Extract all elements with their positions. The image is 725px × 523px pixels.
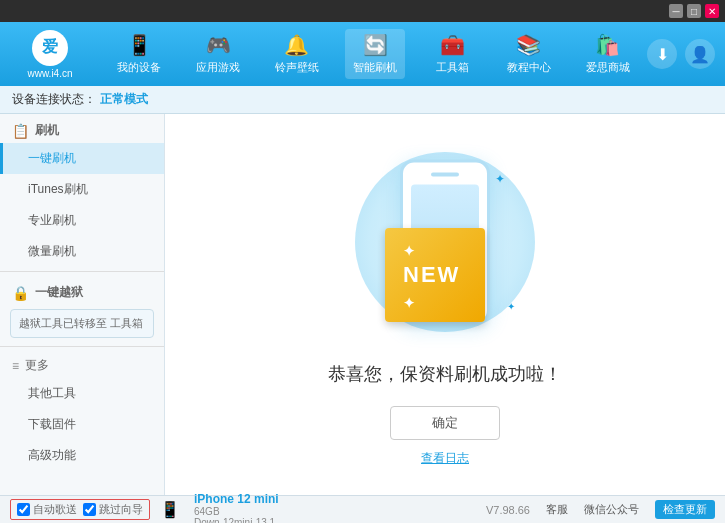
nav-my-device[interactable]: 📱 我的设备	[109, 29, 169, 79]
status-label: 设备连接状态：	[12, 91, 96, 108]
sparkle-3: ✦	[507, 301, 515, 312]
auto-deliver-label: 自动歌送	[33, 502, 77, 517]
confirm-button[interactable]: 确定	[390, 406, 500, 440]
sidebar-item-itunes-flash[interactable]: iTunes刷机	[0, 174, 164, 205]
logo[interactable]: 爱 www.i4.cn	[10, 30, 90, 79]
header-right: ⬇ 👤	[647, 39, 715, 69]
logo-url: www.i4.cn	[27, 68, 72, 79]
wizard-link[interactable]: 查看日志	[421, 450, 469, 467]
checkbox-auto-deliver[interactable]: 自动歌送	[17, 502, 77, 517]
nav-app-games-icon: 🎮	[206, 33, 231, 57]
sidebar-divider-1	[0, 271, 164, 272]
nav-smart-flash-icon: 🔄	[363, 33, 388, 57]
nav-shop[interactable]: 🛍️ 爱思商城	[578, 29, 638, 79]
sidebar-item-advanced[interactable]: 高级功能	[0, 440, 164, 471]
close-button[interactable]: ✕	[705, 4, 719, 18]
success-title: 恭喜您，保资料刷机成功啦！	[328, 362, 562, 386]
nav-toolbox-label: 工具箱	[436, 60, 469, 75]
skip-wizard-label: 跳过向导	[99, 502, 143, 517]
nav-smart-flash[interactable]: 🔄 智能刷机	[345, 29, 405, 79]
main-area: 📋 刷机 一键刷机 iTunes刷机 专业刷机 微量刷机 🔒 一键越狱 越狱工具…	[0, 114, 725, 495]
sidebar-jailbreak-section: 🔒 一键越狱	[0, 276, 164, 305]
sidebar-item-pro-flash[interactable]: 专业刷机	[0, 205, 164, 236]
skip-wizard-checkbox[interactable]	[83, 503, 96, 516]
nav-ringtone-icon: 🔔	[284, 33, 309, 57]
download-button[interactable]: ⬇	[647, 39, 677, 69]
nav-ringtone-label: 铃声壁纸	[275, 60, 319, 75]
device-name: iPhone 12 mini	[194, 492, 279, 506]
sidebar-flash-section: 📋 刷机	[0, 114, 164, 143]
status-value: 正常模式	[100, 91, 148, 108]
nav-my-device-label: 我的设备	[117, 60, 161, 75]
sidebar-item-micro-flash[interactable]: 微量刷机	[0, 236, 164, 267]
checkbox-skip-wizard[interactable]: 跳过向导	[83, 502, 143, 517]
sidebar-more-section: ≡ 更多	[0, 351, 164, 378]
nav-shop-icon: 🛍️	[595, 33, 620, 57]
nav-app-games-label: 应用游戏	[196, 60, 240, 75]
flash-section-label: 刷机	[35, 122, 59, 139]
account-button[interactable]: 👤	[685, 39, 715, 69]
more-icon: ≡	[12, 359, 19, 373]
header: 爱 www.i4.cn 📱 我的设备 🎮 应用游戏 🔔 铃声壁纸 🔄 智能刷机 …	[0, 22, 725, 86]
device-phone-icon: 📱	[160, 500, 180, 519]
sidebar-notice: 越狱工具已转移至 工具箱	[10, 309, 154, 338]
minimize-button[interactable]: ─	[669, 4, 683, 18]
sidebar: 📋 刷机 一键刷机 iTunes刷机 专业刷机 微量刷机 🔒 一键越狱 越狱工具…	[0, 114, 165, 495]
nav-toolbox-icon: 🧰	[440, 33, 465, 57]
device-info-row: 📱 iPhone 12 mini 64GB Down-12mini-13,1	[160, 492, 279, 524]
bottom-right: V7.98.66 客服 微信公众号 检查更新	[486, 500, 715, 519]
nav-shop-label: 爱思商城	[586, 60, 630, 75]
checkbox-group: 自动歌送 跳过向导	[10, 499, 150, 520]
more-section-label: 更多	[25, 357, 49, 374]
success-illustration: NEW ✦ ✦ ✦	[345, 142, 545, 342]
sidebar-item-one-click-flash[interactable]: 一键刷机	[0, 143, 164, 174]
wechat-link[interactable]: 微信公众号	[584, 502, 639, 517]
jailbreak-icon: 🔒	[12, 285, 29, 301]
sparkle-2: ✦	[495, 172, 505, 186]
bottom-left: 自动歌送 跳过向导 📱 iPhone 12 mini 64GB Down-12m…	[10, 492, 279, 524]
nav-app-games[interactable]: 🎮 应用游戏	[188, 29, 248, 79]
phone-speaker	[431, 173, 459, 177]
device-storage: 64GB	[194, 506, 279, 517]
bottom-bar: 自动歌送 跳过向导 📱 iPhone 12 mini 64GB Down-12m…	[0, 495, 725, 523]
device-info: iPhone 12 mini 64GB Down-12mini-13,1	[194, 492, 279, 524]
nav-tutorial-icon: 📚	[516, 33, 541, 57]
sidebar-item-other-tools[interactable]: 其他工具	[0, 378, 164, 409]
sidebar-divider-2	[0, 346, 164, 347]
version-label: V7.98.66	[486, 504, 530, 516]
sidebar-item-download-firmware[interactable]: 下载固件	[0, 409, 164, 440]
nav-ringtone[interactable]: 🔔 铃声壁纸	[267, 29, 327, 79]
nav-toolbox[interactable]: 🧰 工具箱	[424, 29, 480, 79]
content-area: NEW ✦ ✦ ✦ 恭喜您，保资料刷机成功啦！ 确定 查看日志	[165, 114, 725, 495]
nav-my-device-icon: 📱	[127, 33, 152, 57]
nav-tutorial[interactable]: 📚 教程中心	[499, 29, 559, 79]
nav-bar: 📱 我的设备 🎮 应用游戏 🔔 铃声壁纸 🔄 智能刷机 🧰 工具箱 📚 教程中心…	[100, 29, 647, 79]
check-update-button[interactable]: 检查更新	[655, 500, 715, 519]
title-bar: ─ □ ✕	[0, 0, 725, 22]
customer-service-link[interactable]: 客服	[546, 502, 568, 517]
nav-smart-flash-label: 智能刷机	[353, 60, 397, 75]
bottom-area: 自动歌送 跳过向导 📱 iPhone 12 mini 64GB Down-12m…	[0, 495, 725, 523]
status-bar: 设备连接状态： 正常模式	[0, 86, 725, 114]
nav-tutorial-label: 教程中心	[507, 60, 551, 75]
auto-deliver-checkbox[interactable]	[17, 503, 30, 516]
maximize-button[interactable]: □	[687, 4, 701, 18]
jailbreak-section-label: 一键越狱	[35, 284, 83, 301]
logo-icon: 爱	[32, 30, 68, 66]
new-badge: NEW	[385, 228, 485, 322]
flash-section-icon: 📋	[12, 123, 29, 139]
